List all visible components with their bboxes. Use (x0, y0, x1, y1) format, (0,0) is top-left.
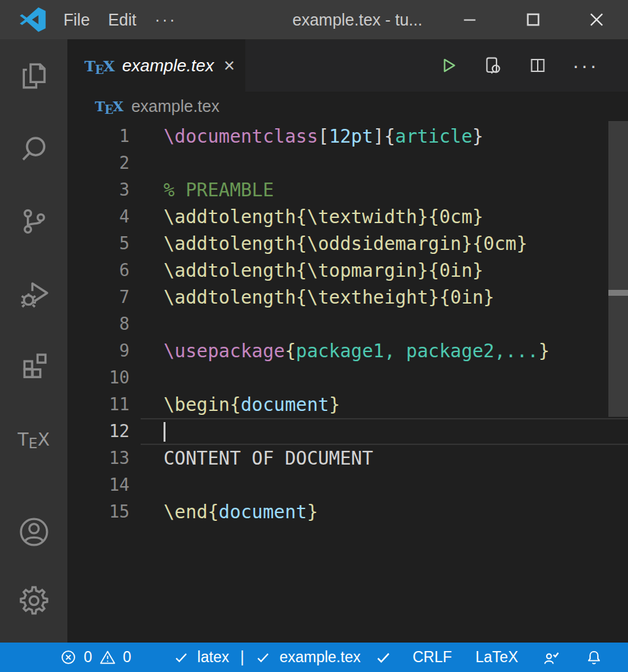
language-mode[interactable]: LaTeX (476, 648, 518, 666)
overview-ruler-cursor-marker (608, 290, 628, 296)
check-icon (375, 649, 392, 666)
breadcrumb[interactable]: TEX example.tex (67, 92, 628, 121)
line-number: 3 (67, 177, 141, 203)
status-bar-right: CRLF LaTeX (413, 648, 603, 667)
error-count: 0 (84, 648, 92, 666)
run-debug-icon[interactable] (17, 277, 51, 311)
breadcrumb-file-name: example.tex (131, 97, 220, 116)
line-content[interactable] (141, 364, 628, 391)
check-icon (255, 650, 271, 665)
line-number: 7 (67, 284, 141, 311)
separator: | (237, 648, 247, 666)
files-explorer-icon[interactable] (17, 59, 51, 93)
line-content[interactable]: CONTENT OF DOCUMENT (141, 445, 628, 472)
line-number: 14 (67, 472, 141, 499)
line-content[interactable]: % PREAMBLE (141, 177, 628, 203)
menu-overflow[interactable]: ··· (145, 0, 186, 39)
line-content[interactable]: \addtolength{\oddsidemargin}{0cm} (141, 230, 628, 257)
minimize-button[interactable] (438, 0, 501, 39)
line-content[interactable]: \usepackage{package1, package2,...} (141, 338, 628, 364)
build-label: latex (198, 648, 230, 666)
eol-indicator[interactable]: CRLF (413, 648, 452, 666)
line-number: 4 (67, 203, 141, 230)
activity-bar: TEX (0, 39, 67, 643)
line-content[interactable]: \begin{document} (141, 391, 628, 418)
file-label: example.tex (279, 648, 360, 666)
tab-label: example.tex (122, 56, 214, 76)
line-number: 9 (67, 338, 141, 364)
line-content[interactable]: \addtolength{\textwidth}{0cm} (141, 203, 628, 230)
line-number: 12 (67, 418, 141, 445)
status-bar: 0 0 latex | example.tex CRLF LaTeX (0, 643, 628, 672)
code-line-2[interactable]: 2 (67, 150, 628, 177)
settings-gear-icon[interactable] (17, 584, 51, 618)
menu-edit[interactable]: Edit (99, 0, 145, 39)
code-line-6[interactable]: 6\addtolength{\topmargin}{0in} (67, 257, 628, 284)
bell-icon[interactable] (585, 648, 603, 667)
code-line-15[interactable]: 15\end{document} (67, 499, 628, 525)
code-line-14[interactable]: 14 (67, 472, 628, 499)
line-content[interactable]: \addtolength{\topmargin}{0in} (141, 257, 628, 284)
feedback-icon[interactable] (542, 648, 561, 667)
editor-actions: ··· (438, 39, 628, 92)
scrollbar-slider[interactable] (608, 121, 628, 417)
line-number: 15 (67, 499, 141, 525)
line-content[interactable]: \addtolength{\textheight}{0in} (141, 284, 628, 311)
line-number: 10 (67, 364, 141, 391)
split-editor-icon[interactable] (528, 56, 548, 75)
warning-icon (99, 649, 116, 665)
more-actions-icon[interactable]: ··· (572, 56, 599, 76)
latex-build-status[interactable]: latex | example.tex (173, 648, 361, 666)
tex-file-icon: TEX (95, 98, 123, 115)
line-content[interactable] (141, 150, 628, 177)
close-button[interactable] (565, 0, 628, 39)
tex-file-icon: TEX (84, 57, 114, 75)
editor-scrollbar[interactable] (608, 121, 628, 643)
tab-close-icon[interactable]: × (224, 56, 235, 75)
line-content[interactable] (141, 418, 628, 445)
account-icon[interactable] (17, 515, 51, 549)
vscode-window: File Edit ··· example.tex - tu... (0, 0, 628, 672)
line-content[interactable]: \documentclass[12pt]{article} (141, 123, 628, 150)
problems-indicator[interactable]: 0 0 (60, 648, 131, 666)
menu-file[interactable]: File (54, 0, 99, 39)
code-line-12[interactable]: 12 (67, 418, 628, 445)
code-line-4[interactable]: 4\addtolength{\textwidth}{0cm} (67, 203, 628, 230)
text-cursor (164, 422, 166, 442)
window-controls (438, 0, 628, 39)
latex-workshop-tex-icon[interactable]: TEX (17, 422, 51, 456)
line-number: 1 (67, 123, 141, 150)
line-content[interactable] (141, 311, 628, 338)
tab-bar: TEX example.tex × (67, 39, 628, 92)
line-content[interactable] (141, 472, 628, 499)
code-line-11[interactable]: 11\begin{document} (67, 391, 628, 418)
code-line-13[interactable]: 13CONTENT OF DOCUMENT (67, 445, 628, 472)
maximize-button[interactable] (501, 0, 565, 39)
menu-bar: File Edit ··· (54, 0, 186, 39)
extensions-icon[interactable] (17, 349, 51, 383)
code-line-3[interactable]: 3% PREAMBLE (67, 177, 628, 203)
code-line-8[interactable]: 8 (67, 311, 628, 338)
title-bar: File Edit ··· example.tex - tu... (0, 0, 628, 39)
document-parsed-check[interactable] (375, 649, 392, 666)
code-line-10[interactable]: 10 (67, 364, 628, 391)
line-number: 6 (67, 257, 141, 284)
line-number: 5 (67, 230, 141, 257)
error-icon (60, 649, 77, 665)
view-pdf-magnifier-icon[interactable] (482, 55, 503, 76)
code-editor[interactable]: 1\documentclass[12pt]{article}23% PREAMB… (67, 121, 628, 643)
code-line-5[interactable]: 5\addtolength{\oddsidemargin}{0cm} (67, 230, 628, 257)
code-line-1[interactable]: 1\documentclass[12pt]{article} (67, 123, 628, 150)
source-control-icon[interactable] (17, 204, 51, 238)
line-number: 8 (67, 311, 141, 338)
tab-example-tex[interactable]: TEX example.tex × (67, 39, 245, 92)
line-number: 13 (67, 445, 141, 472)
line-number: 11 (67, 391, 141, 418)
search-icon[interactable] (17, 132, 51, 166)
line-content[interactable]: \end{document} (141, 499, 628, 525)
line-number: 2 (67, 150, 141, 177)
code-line-7[interactable]: 7\addtolength{\textheight}{0in} (67, 284, 628, 311)
code-line-9[interactable]: 9\usepackage{package1, package2,...} (67, 338, 628, 364)
build-play-icon[interactable] (438, 56, 457, 75)
window-title: example.tex - tu... (292, 0, 423, 39)
